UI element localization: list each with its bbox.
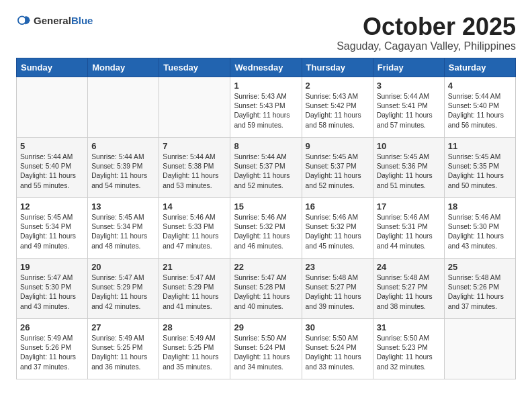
calendar-cell: 14Sunrise: 5:46 AM Sunset: 5:33 PM Dayli…: [159, 197, 230, 258]
day-number: 2: [306, 81, 369, 91]
day-number: 11: [448, 141, 512, 151]
calendar-cell: 23Sunrise: 5:48 AM Sunset: 5:27 PM Dayli…: [302, 258, 373, 318]
calendar-cell: 1Sunrise: 5:43 AM Sunset: 5:43 PM Daylig…: [230, 77, 302, 137]
calendar-cell: 18Sunrise: 5:46 AM Sunset: 5:30 PM Dayli…: [444, 197, 515, 258]
weekday-sunday: Sunday: [17, 58, 88, 77]
calendar-cell: 26Sunrise: 5:49 AM Sunset: 5:26 PM Dayli…: [17, 318, 88, 379]
day-number: 24: [377, 262, 441, 272]
calendar-cell: [17, 77, 88, 137]
cell-details: Sunrise: 5:44 AM Sunset: 5:39 PM Dayligh…: [91, 152, 155, 191]
day-number: 3: [377, 81, 441, 91]
cell-details: Sunrise: 5:49 AM Sunset: 5:25 PM Dayligh…: [91, 334, 155, 373]
day-number: 15: [234, 201, 298, 212]
day-number: 7: [163, 141, 226, 151]
calendar-cell: [159, 77, 230, 137]
calendar-cell: 16Sunrise: 5:46 AM Sunset: 5:32 PM Dayli…: [302, 197, 373, 258]
calendar-cell: 15Sunrise: 5:46 AM Sunset: 5:32 PM Dayli…: [230, 197, 302, 258]
calendar-cell: 27Sunrise: 5:49 AM Sunset: 5:25 PM Dayli…: [88, 318, 159, 379]
calendar-cell: 29Sunrise: 5:50 AM Sunset: 5:24 PM Dayli…: [230, 318, 302, 379]
weekday-saturday: Saturday: [444, 58, 515, 77]
cell-details: Sunrise: 5:45 AM Sunset: 5:34 PM Dayligh…: [20, 213, 84, 252]
page-header: GeneralBlue October 2025 Saguday, Cagaya…: [16, 13, 516, 52]
calendar-cell: 21Sunrise: 5:47 AM Sunset: 5:29 PM Dayli…: [159, 258, 230, 318]
logo-icon: [16, 13, 31, 28]
week-row-3: 12Sunrise: 5:45 AM Sunset: 5:34 PM Dayli…: [17, 197, 516, 258]
calendar-cell: 19Sunrise: 5:47 AM Sunset: 5:30 PM Dayli…: [17, 258, 88, 318]
location-subtitle: Saguday, Cagayan Valley, Philippines: [337, 40, 516, 52]
logo-blue: Blue: [71, 15, 93, 26]
cell-details: Sunrise: 5:46 AM Sunset: 5:30 PM Dayligh…: [448, 213, 512, 252]
calendar-cell: 24Sunrise: 5:48 AM Sunset: 5:27 PM Dayli…: [373, 258, 444, 318]
cell-details: Sunrise: 5:44 AM Sunset: 5:37 PM Dayligh…: [234, 152, 298, 191]
cell-details: Sunrise: 5:48 AM Sunset: 5:27 PM Dayligh…: [377, 273, 441, 312]
calendar-cell: 4Sunrise: 5:44 AM Sunset: 5:40 PM Daylig…: [444, 77, 515, 137]
day-number: 9: [306, 141, 369, 151]
calendar-cell: 9Sunrise: 5:45 AM Sunset: 5:37 PM Daylig…: [302, 137, 373, 197]
cell-details: Sunrise: 5:43 AM Sunset: 5:42 PM Dayligh…: [306, 92, 369, 131]
cell-details: Sunrise: 5:48 AM Sunset: 5:26 PM Dayligh…: [448, 273, 512, 312]
month-title: October 2025: [337, 13, 516, 40]
cell-details: Sunrise: 5:47 AM Sunset: 5:28 PM Dayligh…: [234, 273, 298, 312]
day-number: 16: [306, 201, 369, 212]
cell-details: Sunrise: 5:49 AM Sunset: 5:26 PM Dayligh…: [20, 334, 84, 373]
week-row-1: 1Sunrise: 5:43 AM Sunset: 5:43 PM Daylig…: [17, 77, 516, 137]
logo: GeneralBlue: [16, 13, 93, 28]
calendar-cell: 20Sunrise: 5:47 AM Sunset: 5:29 PM Dayli…: [88, 258, 159, 318]
calendar-cell: 17Sunrise: 5:46 AM Sunset: 5:31 PM Dayli…: [373, 197, 444, 258]
logo-text: GeneralBlue: [34, 15, 93, 27]
cell-details: Sunrise: 5:44 AM Sunset: 5:41 PM Dayligh…: [377, 92, 441, 131]
calendar-cell: 30Sunrise: 5:50 AM Sunset: 5:24 PM Dayli…: [302, 318, 373, 379]
calendar-cell: 10Sunrise: 5:45 AM Sunset: 5:36 PM Dayli…: [373, 137, 444, 197]
cell-details: Sunrise: 5:45 AM Sunset: 5:34 PM Dayligh…: [91, 213, 155, 252]
calendar-cell: 6Sunrise: 5:44 AM Sunset: 5:39 PM Daylig…: [88, 137, 159, 197]
calendar-cell: 2Sunrise: 5:43 AM Sunset: 5:42 PM Daylig…: [302, 77, 373, 137]
day-number: 25: [448, 262, 512, 272]
day-number: 5: [20, 141, 84, 151]
cell-details: Sunrise: 5:47 AM Sunset: 5:30 PM Dayligh…: [20, 273, 84, 312]
cell-details: Sunrise: 5:50 AM Sunset: 5:24 PM Dayligh…: [306, 334, 369, 373]
weekday-monday: Monday: [88, 58, 159, 77]
cell-details: Sunrise: 5:44 AM Sunset: 5:40 PM Dayligh…: [20, 152, 84, 191]
cell-details: Sunrise: 5:48 AM Sunset: 5:27 PM Dayligh…: [306, 273, 369, 312]
cell-details: Sunrise: 5:50 AM Sunset: 5:24 PM Dayligh…: [234, 334, 298, 373]
calendar-table: SundayMondayTuesdayWednesdayThursdayFrid…: [16, 58, 516, 379]
calendar-cell: 31Sunrise: 5:50 AM Sunset: 5:23 PM Dayli…: [373, 318, 444, 379]
cell-details: Sunrise: 5:47 AM Sunset: 5:29 PM Dayligh…: [163, 273, 226, 312]
cell-details: Sunrise: 5:46 AM Sunset: 5:32 PM Dayligh…: [234, 213, 298, 252]
day-number: 6: [91, 141, 155, 151]
week-row-5: 26Sunrise: 5:49 AM Sunset: 5:26 PM Dayli…: [17, 318, 516, 379]
day-number: 26: [20, 322, 84, 332]
day-number: 28: [163, 322, 226, 332]
day-number: 10: [377, 141, 441, 151]
day-number: 4: [448, 81, 512, 91]
week-row-2: 5Sunrise: 5:44 AM Sunset: 5:40 PM Daylig…: [17, 137, 516, 197]
calendar-cell: 13Sunrise: 5:45 AM Sunset: 5:34 PM Dayli…: [88, 197, 159, 258]
day-number: 18: [448, 201, 512, 212]
cell-details: Sunrise: 5:49 AM Sunset: 5:25 PM Dayligh…: [163, 334, 226, 373]
calendar-cell: 5Sunrise: 5:44 AM Sunset: 5:40 PM Daylig…: [17, 137, 88, 197]
calendar-cell: 25Sunrise: 5:48 AM Sunset: 5:26 PM Dayli…: [444, 258, 515, 318]
day-number: 22: [234, 262, 298, 272]
calendar-cell: 11Sunrise: 5:45 AM Sunset: 5:35 PM Dayli…: [444, 137, 515, 197]
cell-details: Sunrise: 5:45 AM Sunset: 5:37 PM Dayligh…: [306, 152, 369, 191]
day-number: 8: [234, 141, 298, 151]
week-row-4: 19Sunrise: 5:47 AM Sunset: 5:30 PM Dayli…: [17, 258, 516, 318]
weekday-thursday: Thursday: [302, 58, 373, 77]
day-number: 21: [163, 262, 226, 272]
logo-general: General: [34, 15, 71, 26]
day-number: 23: [306, 262, 369, 272]
weekday-tuesday: Tuesday: [159, 58, 230, 77]
cell-details: Sunrise: 5:43 AM Sunset: 5:43 PM Dayligh…: [234, 92, 298, 131]
weekday-friday: Friday: [373, 58, 444, 77]
calendar-cell: 3Sunrise: 5:44 AM Sunset: 5:41 PM Daylig…: [373, 77, 444, 137]
day-number: 20: [91, 262, 155, 272]
calendar-cell: 28Sunrise: 5:49 AM Sunset: 5:25 PM Dayli…: [159, 318, 230, 379]
calendar-cell: [444, 318, 515, 379]
cell-details: Sunrise: 5:44 AM Sunset: 5:38 PM Dayligh…: [163, 152, 226, 191]
cell-details: Sunrise: 5:44 AM Sunset: 5:40 PM Dayligh…: [448, 92, 512, 131]
day-number: 13: [91, 201, 155, 212]
title-section: October 2025 Saguday, Cagayan Valley, Ph…: [337, 13, 516, 52]
day-number: 12: [20, 201, 84, 212]
cell-details: Sunrise: 5:50 AM Sunset: 5:23 PM Dayligh…: [377, 334, 441, 373]
weekday-wednesday: Wednesday: [230, 58, 302, 77]
